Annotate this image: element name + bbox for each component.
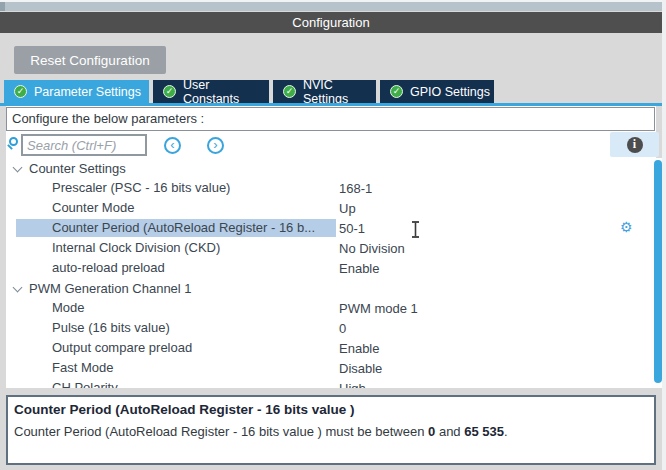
table-row-ch-polarity[interactable]: CH Polarity High: [6, 378, 654, 388]
check-badge-icon: ✓: [163, 85, 176, 98]
param-name: Counter Period (AutoReload Register - 16…: [16, 219, 336, 237]
help-text: .: [504, 424, 508, 439]
info-icon: i: [627, 137, 643, 153]
param-value[interactable]: 168-1: [339, 181, 372, 196]
tab-label: NVIC Settings: [303, 78, 376, 106]
search-next-button[interactable]: ›: [207, 137, 224, 154]
tab-nvic-settings[interactable]: ✓ NVIC Settings: [273, 80, 376, 103]
table-row-fast-mode[interactable]: Fast Mode Disable: [6, 358, 654, 378]
param-name: Internal Clock Division (CKD): [16, 239, 336, 257]
check-badge-icon: ✓: [390, 85, 403, 98]
table-row-autoreload-preload[interactable]: auto-reload preload Enable: [6, 258, 654, 278]
tab-user-constants[interactable]: ✓ User Constants: [153, 80, 269, 103]
param-name: Counter Mode: [16, 199, 336, 217]
tab-label: Parameter Settings: [34, 85, 141, 99]
window-right-edge: [662, 0, 666, 470]
max-value: 65 535: [464, 424, 504, 439]
param-name: Output compare preload: [16, 339, 336, 357]
param-name: Mode: [16, 299, 336, 317]
param-name: auto-reload preload: [16, 259, 336, 277]
dialog-title-bar[interactable]: Configuration: [0, 12, 662, 33]
param-name: Prescaler (PSC - 16 bits value): [16, 179, 336, 197]
param-value[interactable]: No Division: [339, 241, 405, 256]
info-button[interactable]: i: [610, 132, 659, 157]
group-label: Counter Settings: [6, 161, 126, 176]
tab-label: User Constants: [183, 78, 269, 106]
table-row-prescaler[interactable]: Prescaler (PSC - 16 bits value) 168-1: [6, 178, 654, 198]
chevron-left-icon: ‹: [170, 137, 174, 152]
search-previous-button[interactable]: ‹: [164, 137, 181, 154]
window-top-strip: [0, 2, 666, 11]
check-badge-icon: ✓: [14, 85, 27, 98]
search-icon: [9, 137, 18, 146]
check-badge-icon: ✓: [283, 85, 296, 98]
table-row-counter-mode[interactable]: Counter Mode Up: [6, 198, 654, 218]
tab-parameter-settings[interactable]: ✓ Parameter Settings: [4, 80, 149, 103]
table-row-mode[interactable]: Mode PWM mode 1: [6, 298, 654, 318]
param-value[interactable]: Enable: [339, 341, 379, 356]
search-input[interactable]: [21, 134, 147, 156]
tab-label: GPIO Settings: [410, 85, 490, 99]
param-name: Fast Mode: [16, 359, 336, 377]
param-value[interactable]: Enable: [339, 261, 379, 276]
configuration-dialog: Configuration Reset Configuration ✓ Para…: [0, 0, 666, 470]
param-name: Pulse (16 bits value): [16, 319, 336, 337]
help-text: Counter Period (AutoReload Register - 16…: [14, 424, 428, 439]
param-value[interactable]: 0: [339, 321, 346, 336]
table-row-counter-period[interactable]: Counter Period (AutoReload Register - 16…: [6, 218, 654, 238]
help-description: Counter Period (AutoReload Register - 16…: [14, 424, 648, 439]
chevron-right-icon: ›: [213, 137, 217, 152]
window-top-corner: [0, 2, 5, 11]
table-row-pulse[interactable]: Pulse (16 bits value) 0: [6, 318, 654, 338]
table-row-output-compare-preload[interactable]: Output compare preload Enable: [6, 338, 654, 358]
param-value[interactable]: High: [339, 381, 366, 389]
param-value[interactable]: Up: [339, 201, 356, 216]
gear-icon[interactable]: ⚙: [620, 219, 633, 235]
tree-group-pwm-channel-1[interactable]: PWM Generation Channel 1: [6, 278, 654, 298]
param-value[interactable]: Disable: [339, 361, 382, 376]
param-value[interactable]: PWM mode 1: [339, 301, 418, 316]
reset-configuration-button[interactable]: Reset Configuration: [14, 46, 166, 74]
param-name: CH Polarity: [16, 379, 336, 388]
table-row-clock-division[interactable]: Internal Clock Division (CKD) No Divisio…: [6, 238, 654, 258]
parameter-help-panel: Counter Period (AutoReload Register - 16…: [6, 395, 656, 465]
tree-group-counter-settings[interactable]: Counter Settings: [6, 158, 654, 178]
text-cursor-icon: [411, 221, 420, 238]
parameters-header: Configure the below parameters :: [6, 107, 655, 131]
help-title: Counter Period (AutoReload Register - 16…: [14, 402, 648, 417]
dialog-title: Configuration: [292, 15, 369, 30]
group-label: PWM Generation Channel 1: [6, 281, 192, 296]
help-text: and: [435, 424, 464, 439]
scrollbar-thumb[interactable]: [654, 160, 662, 383]
parameters-tree: Counter Settings Prescaler (PSC - 16 bit…: [6, 158, 654, 388]
tab-gpio-settings[interactable]: ✓ GPIO Settings: [380, 80, 494, 103]
param-value[interactable]: 50-1: [339, 221, 365, 236]
